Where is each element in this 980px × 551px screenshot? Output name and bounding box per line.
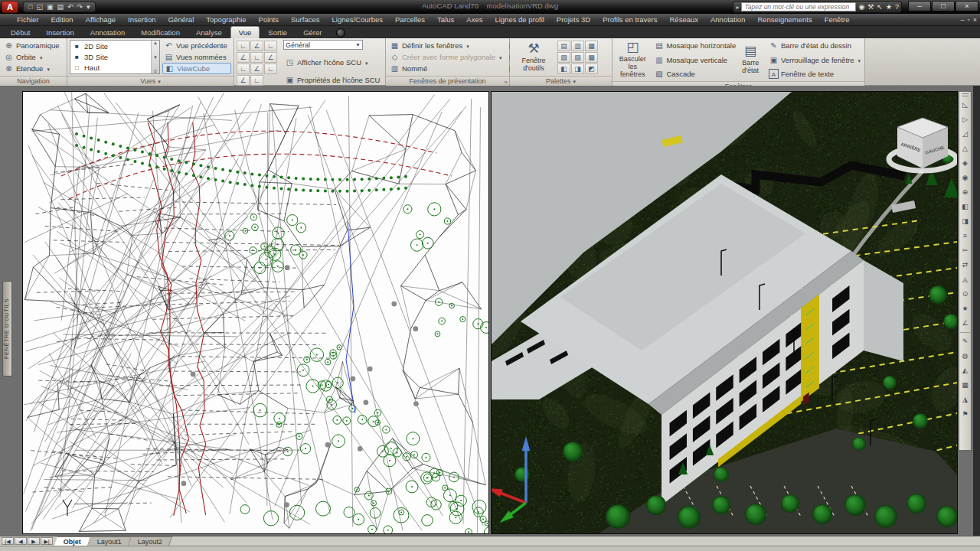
- tool-icon-19[interactable]: ▦: [959, 378, 971, 393]
- layout-prev-button[interactable]: ◀: [15, 537, 27, 545]
- doc-minimize-button[interactable]: –: [961, 16, 965, 24]
- named-views-button[interactable]: ▤Vues nommées: [162, 51, 231, 63]
- tool-icon-15[interactable]: ∠: [959, 316, 971, 331]
- named-viewports-button[interactable]: ▥Nommé: [388, 63, 504, 74]
- zoom-extents-button[interactable]: ⊗Etendue: [2, 63, 64, 74]
- menu-insertion[interactable]: Insertion: [122, 15, 162, 24]
- ucs-tool-icon[interactable]: ∠: [264, 52, 277, 63]
- ucs-tool-icon[interactable]: ∟: [237, 64, 250, 74]
- tool-icon-1[interactable]: ▷: [959, 112, 971, 127]
- palette-tool-icon[interactable]: ▤: [557, 41, 570, 51]
- doc-restore-button[interactable]: ▫: [968, 16, 970, 24]
- ucs-combo[interactable]: Général▼: [283, 40, 363, 50]
- ucs-tool-icon[interactable]: ∟: [250, 75, 263, 86]
- tile-vertical-button[interactable]: ▥Mosaïque verticale: [652, 54, 733, 66]
- tool-icon-4[interactable]: ◈: [959, 156, 971, 171]
- drawing-status-bar-button[interactable]: ✎Barre d'état du dessin: [767, 40, 862, 51]
- menu-lignes-de-profil[interactable]: Lignes de profil: [488, 15, 550, 24]
- ribbon-tab-début[interactable]: Début: [3, 27, 38, 38]
- scroll-down-icon[interactable]: ▼: [153, 55, 158, 60]
- scroll-grip-icon[interactable]: ≡: [154, 69, 157, 73]
- tool-icon-3[interactable]: △: [959, 142, 971, 156]
- restore-button[interactable]: □: [932, 1, 955, 11]
- previous-view-button[interactable]: ↶Vue précédente: [162, 40, 231, 51]
- menu-fichier[interactable]: Fichier: [11, 15, 45, 24]
- tool-icon-16[interactable]: ✎: [959, 334, 971, 349]
- tool-palette-collapsed[interactable]: FENÊTRE D'OUTILS: [2, 281, 12, 377]
- tool-icon-9[interactable]: ≡: [959, 229, 971, 243]
- ucs-tool-icon[interactable]: ∟: [264, 64, 277, 74]
- menu-profils-en-travers[interactable]: Profils en travers: [596, 15, 663, 24]
- menu-parcelles[interactable]: Parcelles: [389, 15, 431, 24]
- status-bar-button[interactable]: ▤ Barre d'état: [736, 40, 765, 80]
- ucs-tool-icon[interactable]: ∟: [250, 52, 263, 63]
- ucs-tool-icon[interactable]: ∠: [250, 41, 263, 51]
- autocad-logo-icon[interactable]: A: [2, 1, 18, 13]
- menu-axes[interactable]: Axes: [460, 15, 488, 24]
- layout-first-button[interactable]: |◀: [2, 537, 14, 545]
- layout-tab-layout2[interactable]: Layout2: [129, 536, 172, 546]
- tool-icon-11[interactable]: ⇄: [959, 258, 971, 272]
- command-line[interactable]: Commande: _.3dwireframe: [0, 546, 980, 551]
- infocenter-collapse-icon[interactable]: ▸: [736, 4, 739, 11]
- subscription-icon[interactable]: ⚒: [867, 2, 874, 12]
- menu-fen-tre[interactable]: Fenêtre: [818, 15, 856, 24]
- ribbon-tab-modification[interactable]: Modification: [133, 27, 188, 38]
- ribbon-tab-insertion[interactable]: Insertion: [38, 27, 81, 38]
- qat-dropdown-icon[interactable]: ▾: [85, 2, 92, 11]
- ucs-tool-icon[interactable]: ∠: [237, 52, 250, 63]
- ribbon-tab-vue[interactable]: Vue: [230, 26, 260, 38]
- menu-points[interactable]: Points: [253, 15, 285, 24]
- workspace-menu-icon[interactable]: [336, 28, 345, 37]
- tool-icon-2[interactable]: ◿: [959, 127, 971, 142]
- palette-tool-icon[interactable]: ▦: [585, 41, 598, 51]
- view-list-item-2d-site[interactable]: ■2D Site: [70, 41, 159, 51]
- ribbon-tab-gérer[interactable]: Gérer: [296, 27, 329, 38]
- palette-tool-icon[interactable]: ▥: [571, 41, 584, 51]
- layout-next-button[interactable]: ▶: [28, 537, 40, 545]
- ucs-tool-icon[interactable]: ∠: [237, 75, 250, 86]
- communication-icon[interactable]: ↖: [877, 2, 883, 12]
- views-list-scrollbar[interactable]: ▲ ▼ ≡: [151, 41, 159, 73]
- doc-close-button[interactable]: ×: [973, 16, 977, 24]
- views-listbox[interactable]: ■2D Site■3D Site□Haut ▲ ▼ ≡: [70, 40, 160, 74]
- ucs-properties-button[interactable]: ▣Propriétés de l'icône SCU: [283, 74, 383, 86]
- tool-icon-18[interactable]: ◭: [959, 364, 971, 378]
- ucs-tool-icon[interactable]: ∠: [250, 64, 263, 74]
- toolbar-grip[interactable]: [962, 93, 969, 96]
- menu-topographie[interactable]: Topographie: [200, 15, 252, 24]
- close-button[interactable]: ×: [956, 1, 978, 11]
- cascade-button[interactable]: ▧Cascade: [652, 68, 733, 80]
- pan-button[interactable]: ⊕Panoramique: [2, 40, 64, 51]
- viewport-lock-button[interactable]: ▣Verrouillage de fenêtre: [767, 54, 862, 66]
- viewcube-button[interactable]: ◧ViewCube: [162, 63, 231, 74]
- viewport-2d-canvas[interactable]: [22, 91, 489, 534]
- text-window-button[interactable]: AFenêtre de texte: [767, 68, 862, 80]
- tool-icon-14[interactable]: ★: [959, 302, 971, 316]
- menu-edition[interactable]: Edition: [45, 15, 80, 24]
- menu-lignes-courbes[interactable]: Lignes/Courbes: [325, 15, 389, 24]
- layout-tab-layout1[interactable]: Layout1: [88, 536, 132, 546]
- menu-annotation[interactable]: Annotation: [704, 15, 751, 24]
- plot-icon[interactable]: ▤: [55, 2, 65, 11]
- palette-tool-icon[interactable]: ▨: [571, 52, 584, 63]
- search-dropdown-icon[interactable]: ◉: [858, 2, 864, 12]
- view-list-item-haut[interactable]: □Haut: [70, 62, 159, 73]
- search-input[interactable]: [741, 2, 856, 11]
- ucs-tool-icon[interactable]: ∟: [264, 41, 277, 51]
- define-viewports-button[interactable]: ▦Définir les fenêtres: [388, 40, 504, 51]
- menu-surfaces[interactable]: Surfaces: [285, 15, 326, 24]
- ribbon-tab-analyse[interactable]: Analyse: [188, 27, 230, 38]
- palette-tool-icon[interactable]: ▧: [557, 52, 570, 63]
- menu-talus[interactable]: Talus: [431, 15, 460, 24]
- orbit-button[interactable]: ◎Orbite: [2, 51, 64, 63]
- tool-icon-7[interactable]: ◧: [959, 200, 971, 214]
- tool-icon-5[interactable]: ◉: [959, 171, 971, 185]
- tool-icon-13[interactable]: ⊙: [959, 287, 971, 302]
- undo-icon[interactable]: ↶: [66, 2, 75, 11]
- viewport-3d-canvas[interactable]: [491, 91, 958, 534]
- ribbon-tab-annotation[interactable]: Annotation: [83, 27, 132, 38]
- minimize-button[interactable]: –: [908, 1, 931, 11]
- tile-horizontal-button[interactable]: ▤Mosaïque horizontale: [652, 40, 733, 51]
- tool-icon-17[interactable]: ◍: [959, 349, 971, 364]
